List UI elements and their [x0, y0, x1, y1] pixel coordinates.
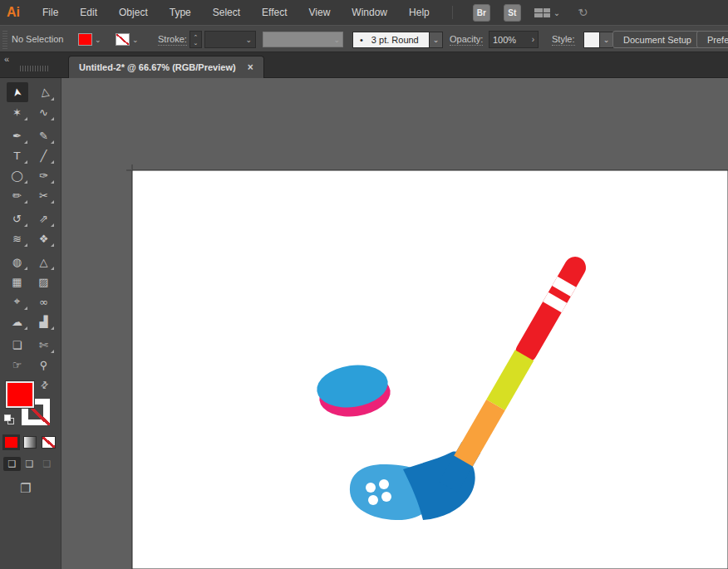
fill-color-swatch — [78, 33, 92, 46]
draw-normal-button[interactable]: ❑ — [3, 457, 21, 471]
blade-dot[interactable] — [381, 492, 391, 502]
none-button[interactable] — [42, 436, 56, 449]
magic-wand-tool[interactable]: ✶ — [7, 102, 28, 122]
close-tab-icon[interactable]: × — [248, 61, 253, 73]
shape-builder-tool-icon: ◍ — [12, 256, 22, 268]
bridge-button[interactable]: Br — [473, 4, 490, 22]
menu-item-type[interactable]: Type — [159, 7, 202, 18]
control-bar: No Selection ⌄ ⌄ Stroke: ⌃ ⌄ ⌄ — [0, 25, 728, 52]
chevron-down-icon: ⌄ — [433, 36, 440, 44]
preferences-button[interactable]: Preferences — [696, 31, 728, 48]
stepper-up-icon[interactable]: ⌃ — [194, 34, 199, 40]
opacity-field[interactable]: 100% › — [489, 31, 539, 48]
collapse-panel-icon[interactable]: « — [4, 54, 9, 64]
gradient-tool[interactable]: ▨ — [33, 272, 55, 292]
document-tab[interactable]: Untitled-2* @ 66.67% (RGB/Preview) × — [68, 56, 264, 78]
style-label[interactable]: Style: — [552, 34, 575, 46]
width-profile-dropdown: ⌄ — [263, 32, 343, 47]
column-graph-tool[interactable]: ▟ — [33, 311, 55, 331]
chevron-down-icon: ⌄ — [95, 36, 101, 44]
free-transform-tool[interactable]: ❖ — [33, 228, 55, 248]
scissors-tool[interactable]: ✂ — [33, 185, 55, 205]
style-dropdown[interactable]: ⌄ — [600, 32, 613, 48]
shaper-tool[interactable]: ✏ — [7, 185, 28, 205]
screen-mode-button[interactable]: ❐ — [20, 481, 61, 496]
menu-items: FileEditObjectTypeSelectEffectViewWindow… — [32, 0, 440, 25]
brush-definition-field[interactable]: • 3 pt. Round — [352, 32, 430, 48]
gradient-tool-icon: ▨ — [38, 276, 48, 288]
ellipse-tool[interactable]: ◯ — [7, 165, 28, 185]
workspace-switcher[interactable]: ⌄ — [534, 8, 560, 17]
app-logo[interactable]: Ai — [7, 5, 20, 20]
selection-tool[interactable]: ➤ — [7, 82, 28, 102]
style-swatch[interactable] — [583, 32, 600, 48]
color-mode-buttons — [4, 436, 61, 449]
chevron-down-icon: ⌄ — [553, 8, 560, 17]
canvas-pasteboard[interactable] — [61, 78, 728, 569]
toolbar-gripper[interactable] — [20, 66, 48, 71]
hand-tool[interactable]: ☞ — [7, 355, 28, 375]
mesh-tool[interactable]: ▦ — [7, 272, 28, 292]
rotate-tool[interactable]: ↺ — [7, 208, 28, 228]
stepper-down-icon[interactable]: ⌄ — [194, 40, 199, 46]
stroke-label[interactable]: Stroke: — [158, 34, 187, 46]
menu-item-view[interactable]: View — [298, 7, 342, 18]
slice-tool[interactable]: ✄ — [33, 335, 55, 355]
default-fill-stroke-icon[interactable] — [4, 414, 14, 424]
width-tool[interactable]: ≋ — [7, 228, 28, 248]
fill-color-dropdown[interactable]: ⌄ — [78, 33, 101, 46]
stroke-weight-dropdown[interactable]: ⌄ — [204, 31, 256, 48]
chevron-down-icon: ⌄ — [603, 36, 610, 44]
draw-inside-button: ❑ — [38, 457, 56, 471]
line-segment-tool-icon: ╱ — [41, 150, 47, 162]
pen-tool[interactable]: ✒ — [7, 125, 28, 145]
line-segment-tool[interactable]: ╱ — [33, 145, 55, 165]
eyedropper-tool[interactable]: ⌖ — [7, 292, 28, 311]
paintbrush-tool[interactable]: ✑ — [33, 165, 55, 185]
type-tool[interactable]: T — [7, 145, 28, 165]
gradient-button[interactable] — [23, 436, 37, 449]
menu-item-file[interactable]: File — [32, 7, 69, 18]
blade-dot[interactable] — [368, 495, 378, 505]
tools-panel: ➤▷✶∿✒✎T╱◯✑✏✂↺⇗≋❖◍△▦▨⌖∞☁▟❏✄☞⚲ ⇄ ❑ ❑ ❑ ❐ — [0, 78, 61, 569]
menu-item-object[interactable]: Object — [108, 7, 159, 18]
document-setup-button[interactable]: Document Setup — [612, 31, 702, 48]
stroke-color-dropdown[interactable]: ⌄ — [116, 33, 139, 46]
draw-behind-button[interactable]: ❑ — [21, 457, 38, 471]
type-tool-icon: T — [14, 150, 21, 162]
artboard-corner-mark — [126, 164, 132, 170]
menu-item-help[interactable]: Help — [398, 7, 440, 18]
blend-tool[interactable]: ∞ — [33, 292, 55, 311]
shaper-tool-icon: ✏ — [12, 189, 22, 202]
stock-button[interactable]: St — [504, 4, 521, 22]
swap-fill-stroke-icon[interactable]: ⇄ — [38, 379, 52, 392]
menu-item-effect[interactable]: Effect — [251, 7, 298, 18]
blend-tool-icon: ∞ — [39, 296, 48, 308]
color-button[interactable] — [4, 436, 18, 449]
menu-item-window[interactable]: Window — [341, 7, 398, 18]
symbol-sprayer-tool[interactable]: ☁ — [7, 311, 28, 331]
menu-item-edit[interactable]: Edit — [69, 7, 108, 18]
scale-tool[interactable]: ⇗ — [33, 208, 55, 228]
blade-dot[interactable] — [379, 479, 389, 489]
blade-dot[interactable] — [366, 483, 376, 493]
opacity-label[interactable]: Opacity: — [450, 34, 483, 46]
shape-builder-tool[interactable]: ◍ — [7, 252, 28, 272]
sync-icon[interactable]: ↻ — [577, 5, 589, 20]
lasso-tool[interactable]: ∿ — [33, 102, 55, 122]
brush-definition-dropdown[interactable]: ⌄ — [430, 32, 443, 48]
opacity-value: 100% — [493, 35, 516, 45]
zoom-tool[interactable]: ⚲ — [33, 355, 55, 375]
menu-item-select[interactable]: Select — [202, 7, 251, 18]
fill-indicator[interactable] — [6, 381, 34, 408]
slice-tool-icon: ✄ — [39, 339, 48, 351]
fill-stroke-indicator: ⇄ — [0, 380, 61, 429]
controlbar-gripper[interactable] — [2, 30, 7, 49]
menu-bar: Ai FileEditObjectTypeSelectEffectViewWin… — [0, 0, 728, 25]
direct-selection-tool[interactable]: ▷ — [33, 82, 55, 102]
curvature-tool[interactable]: ✎ — [33, 125, 55, 145]
artboard-tool[interactable]: ❏ — [7, 335, 28, 355]
stroke-weight-stepper[interactable]: ⌃ ⌄ — [189, 31, 202, 48]
perspective-grid-tool[interactable]: △ — [33, 252, 55, 272]
chevron-right-icon[interactable]: › — [532, 35, 534, 44]
